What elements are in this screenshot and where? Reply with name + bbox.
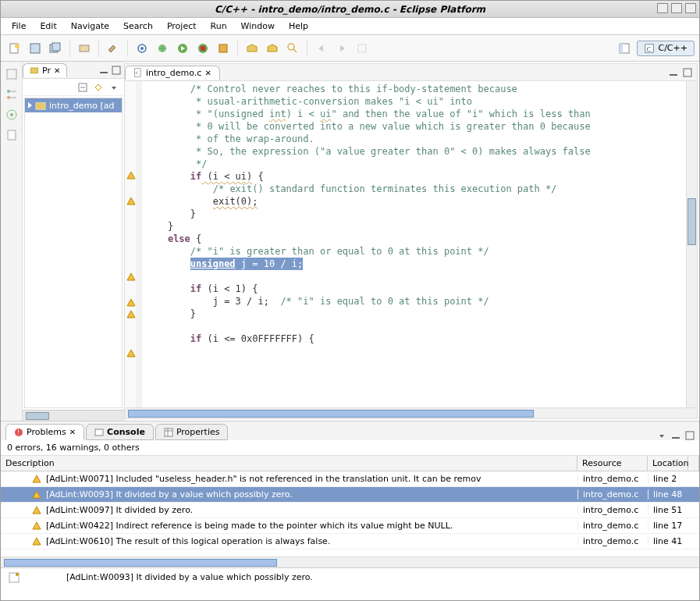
problems-row[interactable]: [AdLint:W0422] Indirect reference is bei… — [1, 518, 699, 534]
svg-point-7 — [140, 47, 144, 50]
close-button[interactable] — [685, 3, 696, 13]
maximize-pane-icon[interactable] — [112, 66, 121, 75]
problems-summary: 0 errors, 16 warnings, 0 others — [1, 440, 699, 456]
search-icon[interactable] — [284, 40, 301, 57]
menu-help[interactable]: Help — [282, 20, 314, 33]
next-annotation-icon[interactable] — [333, 40, 350, 57]
last-edit-icon[interactable] — [354, 40, 371, 57]
problems-tab-close-icon[interactable]: ✕ — [69, 428, 76, 436]
col-location[interactable]: Location — [648, 456, 688, 471]
svg-point-41 — [16, 573, 19, 576]
minimize-bottom-icon[interactable] — [671, 431, 680, 440]
problems-row[interactable]: [AdLint:W0097] It divided by zero.intro_… — [1, 503, 699, 518]
external-tools-icon[interactable] — [194, 40, 211, 57]
svg-point-20 — [7, 90, 10, 93]
svg-rect-14 — [358, 44, 366, 52]
svg-rect-2 — [30, 44, 40, 53]
project-hscrollbar[interactable] — [23, 410, 124, 421]
at-icon[interactable] — [133, 40, 151, 57]
svg-rect-25 — [31, 68, 38, 73]
status-message: [AdLint:W0093] It divided by a value whi… — [66, 572, 313, 582]
editor-tab-label: intro_demo.c — [146, 68, 201, 78]
open-resource-icon[interactable] — [264, 40, 281, 57]
problems-tab[interactable]: ! Problems ✕ — [5, 424, 84, 440]
problems-row[interactable]: [AdLint:W0071] Included "useless_header.… — [1, 471, 699, 487]
main-toolbar: C C/C++ — [1, 35, 699, 62]
svg-point-13 — [288, 44, 294, 50]
expand-arrow-icon[interactable] — [28, 102, 32, 108]
debug-icon[interactable] — [154, 40, 171, 57]
menu-edit[interactable]: Edit — [34, 20, 62, 33]
maximize-button[interactable] — [671, 3, 682, 13]
save-all-icon[interactable] — [47, 40, 64, 57]
editor-hscrollbar[interactable] — [125, 407, 697, 418]
project-explorer-tab[interactable]: Pr ✕ — [23, 63, 67, 77]
menu-search[interactable]: Search — [117, 20, 159, 33]
menubar: File Edit Navigate Search Project Run Wi… — [1, 18, 699, 35]
code-editor[interactable]: /* Control never reaches to this if-body… — [142, 81, 686, 407]
menu-navigate[interactable]: Navigate — [65, 20, 115, 33]
profile-icon[interactable] — [215, 40, 232, 57]
svg-point-1 — [15, 44, 20, 48]
editor-tab[interactable]: c intro_demo.c ✕ — [125, 66, 220, 80]
open-type-icon[interactable] — [243, 40, 261, 57]
console-tab-label: Console — [107, 427, 145, 437]
maximize-editor-icon[interactable] — [683, 68, 692, 77]
build-icon[interactable] — [76, 40, 93, 57]
outline-icon[interactable] — [5, 88, 18, 101]
problems-tab-label: Problems — [27, 427, 66, 437]
minimize-pane-icon[interactable] — [99, 66, 108, 75]
view-menu-icon[interactable] — [657, 431, 666, 440]
window-buttons — [657, 3, 696, 13]
problems-row[interactable]: [AdLint:W0093] It divided by a value whi… — [1, 487, 699, 503]
open-perspective-icon[interactable] — [616, 40, 633, 57]
maximize-bottom-icon[interactable] — [685, 431, 695, 440]
link-editor-icon[interactable] — [93, 82, 104, 93]
editor-tab-close-icon[interactable]: ✕ — [204, 69, 211, 77]
menu-window[interactable]: Window — [235, 20, 281, 33]
run-icon[interactable] — [174, 40, 191, 57]
project-tree[interactable]: intro_demo [ad — [24, 98, 123, 408]
project-toolbar — [23, 79, 124, 96]
svg-rect-19 — [7, 69, 16, 79]
project-name-label: intro_demo [ad — [49, 101, 115, 111]
save-icon[interactable] — [27, 40, 44, 57]
view-menu-icon[interactable] — [108, 82, 119, 93]
hammer-icon[interactable] — [105, 40, 122, 57]
console-tab[interactable]: Console — [86, 424, 154, 440]
svg-rect-32 — [670, 74, 677, 76]
prev-annotation-icon[interactable] — [313, 40, 330, 57]
annotation-ruler[interactable] — [125, 81, 137, 407]
svg-point-23 — [10, 113, 13, 116]
editor-pane: c intro_demo.c ✕ /* Control never reache… — [124, 63, 698, 419]
problems-table: Description Resource Location [AdLint:W0… — [1, 456, 699, 557]
svg-point-21 — [7, 96, 10, 99]
minimize-editor-icon[interactable] — [669, 68, 678, 77]
project-tree-item[interactable]: intro_demo [ad — [25, 98, 122, 112]
menu-run[interactable]: Run — [204, 20, 233, 33]
problems-hscrollbar[interactable] — [1, 557, 699, 567]
task-list-icon[interactable] — [5, 129, 18, 141]
editor-vscrollbar[interactable] — [686, 81, 697, 407]
restore-icon[interactable] — [5, 68, 18, 80]
new-icon[interactable] — [6, 40, 23, 57]
collapse-all-icon[interactable] — [77, 82, 88, 93]
svg-rect-11 — [201, 46, 205, 51]
status-contribution-icon[interactable] — [9, 572, 20, 583]
menu-project[interactable]: Project — [161, 20, 203, 33]
svg-rect-27 — [112, 66, 120, 74]
svg-rect-36 — [95, 429, 103, 436]
perspective-button[interactable]: C C/C++ — [637, 41, 695, 56]
svg-text:c: c — [136, 69, 138, 75]
menu-file[interactable]: File — [5, 20, 32, 33]
left-rail — [1, 62, 23, 421]
problems-row[interactable]: [AdLint:W0610] The result of this logica… — [1, 534, 699, 549]
minimize-button[interactable] — [657, 3, 668, 13]
tab-close-icon[interactable]: ✕ — [54, 66, 60, 75]
svg-rect-4 — [52, 43, 60, 51]
col-resource[interactable]: Resource — [577, 456, 648, 471]
col-description[interactable]: Description — [1, 456, 577, 471]
make-targets-icon[interactable] — [5, 108, 18, 121]
svg-rect-26 — [100, 72, 108, 73]
properties-tab[interactable]: Properties — [155, 424, 229, 440]
